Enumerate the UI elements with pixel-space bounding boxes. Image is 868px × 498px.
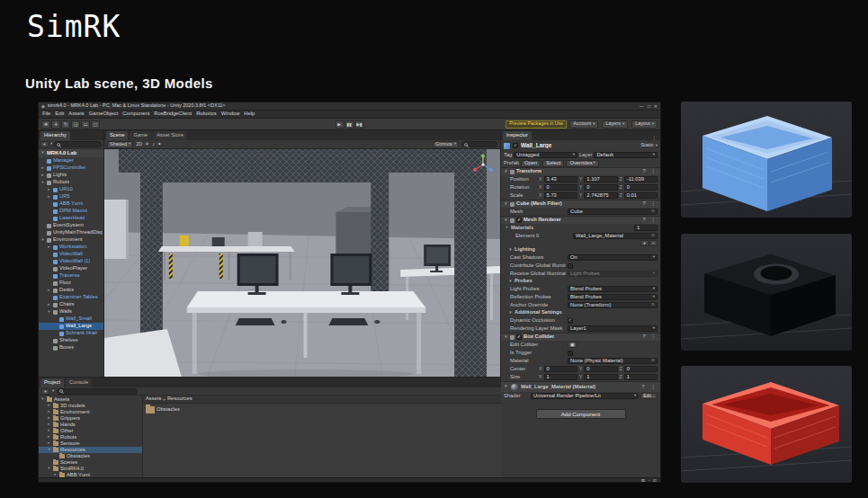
foldout-icon[interactable]: ▸ <box>40 173 45 178</box>
step-button[interactable]: ▶▮ <box>354 120 364 129</box>
inspector-mesh-renderer-element-0-object-field[interactable]: Wall_Large_Material⊙ <box>573 233 658 239</box>
object-picker-icon[interactable]: ⊙ <box>651 209 655 214</box>
project-folder-assets[interactable]: ▾Assets <box>39 396 142 403</box>
foldout-icon[interactable]: ▾ <box>505 226 509 230</box>
object-picker-icon[interactable]: ⊙ <box>651 359 655 363</box>
inspector-transform-rotation-z-field[interactable]: 0 <box>624 184 658 191</box>
hierarchy-item-environment[interactable]: ▾Environment <box>39 236 103 244</box>
foldout-icon[interactable]: ▾ <box>504 385 508 389</box>
inspector-transform-rotation-x-field[interactable]: 0 <box>544 184 577 191</box>
shader-edit-button[interactable]: Edit... <box>640 393 658 399</box>
menu-dots-icon[interactable]: ⋮ <box>649 169 658 174</box>
add-component-button[interactable]: Add Component <box>536 409 626 419</box>
inspector-mesh-filter-mesh-object-field[interactable]: Cube⊙ <box>568 209 658 215</box>
preview-packages-badge[interactable]: Preview Packages in Use <box>506 120 567 129</box>
hierarchy-item-videowall-1[interactable]: VideoWall (1) <box>39 258 103 265</box>
inspector-transform-scale-y-field[interactable]: 2.742875 <box>584 192 617 199</box>
foldout-icon[interactable]: ▸ <box>47 195 51 200</box>
hierarchy-item-eventsystem[interactable]: EventSystem <box>39 222 103 229</box>
tab-console[interactable]: Console <box>66 378 92 387</box>
tab-game[interactable]: Game <box>130 131 151 140</box>
hierarchy-item-videowall[interactable]: VideoWall <box>39 251 103 258</box>
project-folder-robots[interactable]: ▸Robots <box>39 434 142 440</box>
project-folder-obstacles[interactable]: Obstacles <box>39 453 142 459</box>
project-folder-hands[interactable]: ▸Hands <box>39 422 142 428</box>
foldout-icon[interactable]: ▸ <box>47 422 51 427</box>
prefab-select-button[interactable]: Select <box>542 160 564 167</box>
gizmos-dropdown[interactable]: Gizmos ▾ <box>433 141 459 148</box>
hierarchy-item-manager[interactable]: Manager <box>39 157 103 165</box>
menu-dots-icon[interactable]: ⋮ <box>649 218 658 223</box>
asset-obstacles[interactable]: Obstacles <box>146 405 498 414</box>
scale-tool[interactable]: ◲ <box>71 120 80 129</box>
toolbar-dropdown-layout[interactable]: Layout▾ <box>631 120 658 129</box>
shader-dropdown[interactable]: Universal Render Pipeline/Lit ▾ <box>531 393 639 399</box>
foldout-icon[interactable]: ▾ <box>504 202 508 207</box>
component-enabled-checkbox[interactable]: ✓ <box>516 218 522 223</box>
component-enabled-checkbox[interactable]: ✓ <box>516 334 522 340</box>
inspector-box-collider-center-z-field[interactable]: 0 <box>624 366 658 372</box>
remove-element-button[interactable]: − <box>649 240 658 246</box>
foldout-icon[interactable]: ▾ <box>47 448 51 452</box>
foldout-icon[interactable]: ▸ <box>47 289 51 293</box>
inspector-box-collider-is-trigger-checkbox[interactable] <box>568 351 573 356</box>
project-folder-scenes[interactable]: Scenes <box>39 459 142 466</box>
foldout-icon[interactable]: ▸ <box>47 410 51 414</box>
hand-tool[interactable]: ✥ <box>41 120 50 129</box>
tab-inspector[interactable]: Inspector <box>503 131 532 140</box>
layer-dropdown[interactable]: Default ▾ <box>594 152 658 158</box>
menu-dots-icon[interactable]: ⋮ <box>649 201 658 207</box>
foldout-icon[interactable]: ▾ <box>504 218 508 223</box>
foldout-icon[interactable]: ▸ <box>47 303 51 307</box>
object-picker-icon[interactable]: ⊙ <box>651 234 655 238</box>
hierarchy-item-laserhead[interactable]: LaserHead <box>39 215 103 222</box>
tab-asset-store[interactable]: Asset Store <box>153 131 187 140</box>
scene-effects-icon[interactable]: ✦ <box>157 142 162 147</box>
hierarchy-item-abb-yumi[interactable]: ABB Yumi <box>39 200 103 208</box>
inspector-mesh-renderer-light-probes-dropdown[interactable]: Blend Probes▾ <box>568 286 658 292</box>
toolbar-dropdown-account[interactable]: Account▾ <box>569 120 598 129</box>
hierarchy-item-traverse[interactable]: Traverse <box>39 272 103 280</box>
toolbar-dropdown-layers[interactable]: Layers▾ <box>602 120 628 129</box>
breadcrumb-resources[interactable]: Resources <box>167 396 192 402</box>
project-folder-resources[interactable]: ▾Resources <box>39 447 142 453</box>
edit-collider-button[interactable]: ▣ <box>568 342 577 348</box>
shading-mode-dropdown[interactable]: Shaded ▾ <box>107 141 133 148</box>
hierarchy-item-fpscontroller[interactable]: ▸FPSController <box>39 165 103 172</box>
toggle-2d-button[interactable]: 2D <box>136 142 142 147</box>
foldout-icon[interactable]: ▾ <box>504 170 508 174</box>
play-button[interactable]: ▶ <box>335 120 344 129</box>
help-icon[interactable]: ? <box>640 218 647 223</box>
menu-dots-icon[interactable]: ⋮ <box>649 385 658 390</box>
foldout-icon[interactable]: ▾ <box>47 310 51 315</box>
inspector-box-collider-center-y-field[interactable]: 0 <box>584 366 617 372</box>
help-icon[interactable]: ? <box>640 201 647 207</box>
move-tool[interactable]: ✛ <box>51 120 60 129</box>
project-folder-sensore[interactable]: ▸Sensore <box>39 440 142 447</box>
inspector-transform-rotation-y-field[interactable]: 0 <box>584 184 617 191</box>
close-button[interactable]: ✕ <box>654 104 658 109</box>
foldout-icon[interactable]: ▾ <box>508 248 513 253</box>
inspector-box-collider-size-z-field[interactable]: 1 <box>624 374 658 380</box>
foldout-icon[interactable]: ▸ <box>47 441 51 446</box>
menu-component[interactable]: Component <box>122 111 149 117</box>
tab-project[interactable]: Project <box>40 378 64 387</box>
inspector-transform-position-z-field[interactable]: -11.039 <box>624 176 658 182</box>
pause-button[interactable]: ▮▮ <box>345 120 353 129</box>
hierarchy-item-robots[interactable]: ▾Robots <box>39 179 103 186</box>
hierarchy-item-ur10[interactable]: ▸UR10 <box>39 186 103 193</box>
hierarchy-item-dpm-maxini[interactable]: DPM Maxini <box>39 208 103 215</box>
foldout-icon[interactable]: ▸ <box>47 435 51 440</box>
breadcrumb-assets[interactable]: Assets <box>146 396 161 402</box>
section-header-box-collider[interactable]: ▾✓Box Collider?⋮ <box>501 333 660 341</box>
material-section-header[interactable]: ▾ Wall_Large_Material (Material) ? ⋮ <box>501 381 660 392</box>
foldout-icon[interactable]: ▾ <box>508 311 513 316</box>
hierarchy-item-chairs[interactable]: ▸Chairs <box>39 301 103 308</box>
menu-help[interactable]: Help <box>244 111 255 117</box>
foldout-icon[interactable]: ▸ <box>47 416 51 421</box>
create-object-button[interactable]: + <box>40 141 49 147</box>
inspector-transform-scale-z-field[interactable]: 0.01 <box>624 192 658 199</box>
hierarchy-item-examiner-tables[interactable]: Examiner Tables <box>39 294 103 301</box>
foldout-icon[interactable]: ▸ <box>47 404 51 408</box>
tab-scene[interactable]: Scene <box>106 131 128 140</box>
